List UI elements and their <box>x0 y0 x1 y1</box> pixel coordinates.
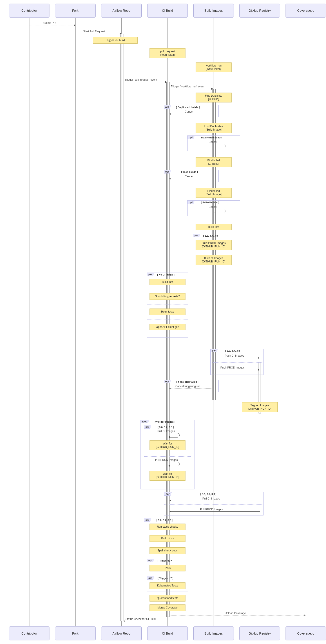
arrowhead <box>74 24 76 26</box>
msg-trig-pull: Trigger 'pull_request' event <box>125 78 157 81</box>
frag-title: [ Duplicated builds ] <box>200 136 223 139</box>
frag-title: [ Duplicated builds ] <box>176 106 200 108</box>
divider <box>144 456 191 456</box>
note-workflow-run: workflow_run [Write Token] <box>196 62 232 72</box>
msg-cancel1: Cancel <box>185 110 193 113</box>
actor-airflow-bottom: Airflow Repo <box>101 626 142 640</box>
arrowhead <box>168 465 170 467</box>
arrow <box>171 512 260 512</box>
note-merge: Merge Coverage <box>150 604 185 611</box>
arrowhead <box>165 81 167 83</box>
arrowhead <box>168 436 170 438</box>
actor-build: Build Images <box>193 4 234 18</box>
actor-coverage-bottom: Coverage.io <box>285 626 326 640</box>
msg-pull-ci-self1: Pull CI Images <box>157 430 175 433</box>
frag-label: opt <box>187 200 195 204</box>
actor-fork-bottom: Fork <box>55 626 96 640</box>
note-find-dup-build: Find Duplicates [Build Image] <box>196 123 232 133</box>
msg-cancel-trig: Cancel triggering run <box>175 385 200 388</box>
arrowhead <box>169 178 171 180</box>
activation-airflow2 <box>121 34 123 621</box>
arrowhead <box>170 510 171 512</box>
frag-title: [ Triggered? ] <box>158 577 173 580</box>
frag-title: [ 3.6, 3.7, 3.8 ] <box>225 350 241 352</box>
note-openapi: OpenAPI client gen <box>150 324 185 330</box>
sequence-diagram: Contributor Fork Airflow Repo CI Build B… <box>0 0 326 644</box>
note-find-dup-ci: Find Duplicate [CI Build] <box>196 92 232 102</box>
actor-ci: CI Build <box>147 4 188 18</box>
lifeline-registry <box>260 18 260 626</box>
actor-contributor-bottom: Contributor <box>9 626 50 640</box>
msg-trig-workflow: Trigger 'workflow_run' event <box>171 85 204 88</box>
self-loop <box>170 462 180 466</box>
frag-par-pull: par [ 3.6, 3.7, 3.8 ] <box>164 492 263 516</box>
arrowhead <box>120 33 121 34</box>
note-quarantined: Quarantined tests <box>150 595 185 602</box>
arrow <box>125 621 166 621</box>
divider <box>144 544 191 544</box>
msg-pull-prod2: Pull PROD Images <box>200 508 223 511</box>
note-spell: Spell check docs <box>150 548 185 554</box>
note-builddocs: Build docs <box>150 535 185 542</box>
self-loop <box>216 209 226 213</box>
note-pull-request: pull_request [Read Token] <box>150 48 185 58</box>
frag-title: [ 3.6, 3.7, 3.8 ] <box>158 426 174 428</box>
actor-build-bottom: Build Images <box>193 626 234 640</box>
arrowhead <box>170 500 171 502</box>
note-helm: Helm tests <box>150 308 185 315</box>
note-find-failed-build: Find failed [Build Image] <box>196 188 232 198</box>
arrowhead <box>169 388 171 390</box>
frag-label: par <box>210 349 218 352</box>
frag-label: par <box>147 272 154 276</box>
divider <box>147 304 188 304</box>
frag-label: opt <box>147 558 154 562</box>
divider <box>193 250 234 250</box>
self-loop <box>170 433 180 438</box>
frag-title: [ 3.6, 3.7, 3.8 ] <box>203 234 219 237</box>
actor-registry: GitHub Registry <box>239 4 280 18</box>
note-build-ci: Build CI Images [GITHUB_RUN_ID] <box>196 255 232 265</box>
divider <box>144 532 191 532</box>
arrowhead <box>169 113 171 115</box>
msg-status: Status Check for CI Build <box>125 618 156 621</box>
frag-label: par <box>144 425 151 429</box>
msg-pull-ci2: Pull CI Images <box>202 497 220 500</box>
msg-submit-pr: Submit PR <box>43 21 56 24</box>
lifeline-coverage <box>306 18 306 626</box>
arrow <box>29 25 74 26</box>
frag-label: opt <box>164 170 171 174</box>
self-loop <box>216 144 226 148</box>
frag-title: [ Triggered? ] <box>158 559 173 562</box>
msg-cancel4: Cancel <box>209 206 217 208</box>
actor-fork: Fork <box>55 4 96 18</box>
arrow <box>170 89 212 89</box>
msg-cancel3: Cancel <box>185 175 193 178</box>
arrow <box>216 358 258 358</box>
frag-title: [ Failed builds ] <box>201 201 219 204</box>
frag-title: [ 3.6, 3.7, 3.8 ] <box>200 493 216 496</box>
frag-par-push: par [ 3.6, 3.7, 3.8 ] <box>210 349 263 375</box>
actor-registry-bottom: GitHub Registry <box>239 626 280 640</box>
arrow <box>123 82 166 82</box>
divider <box>211 362 263 363</box>
frag-title: [ 3.6, 3.7, 3.8 ] <box>156 519 173 522</box>
arrowhead <box>214 212 216 214</box>
msg-start-pr: Start Pull Request <box>83 30 105 33</box>
frag-label: par <box>193 234 200 237</box>
msg-push-ci: Push CI Images <box>225 354 244 357</box>
arrowhead <box>211 88 213 90</box>
divider <box>147 320 188 320</box>
lifeline-fork <box>75 18 76 626</box>
note-trigger-pr: Trigger PR build <box>93 37 138 44</box>
divider <box>147 289 188 289</box>
msg-cancel2: Cancel <box>209 140 217 144</box>
note-tagged: Tagged Images [GITHUB_RUN_ID] <box>242 402 278 412</box>
msg-upload: Upload Coverage <box>225 612 246 615</box>
frag-label: opt <box>164 105 171 109</box>
note-buildinfo2: Build info <box>150 279 185 285</box>
arrow <box>170 388 212 389</box>
arrowhead <box>304 614 306 616</box>
arrowhead <box>258 369 260 371</box>
msg-push-prod: Push PROD Images <box>220 366 245 369</box>
lifeline-contributor <box>29 18 30 626</box>
